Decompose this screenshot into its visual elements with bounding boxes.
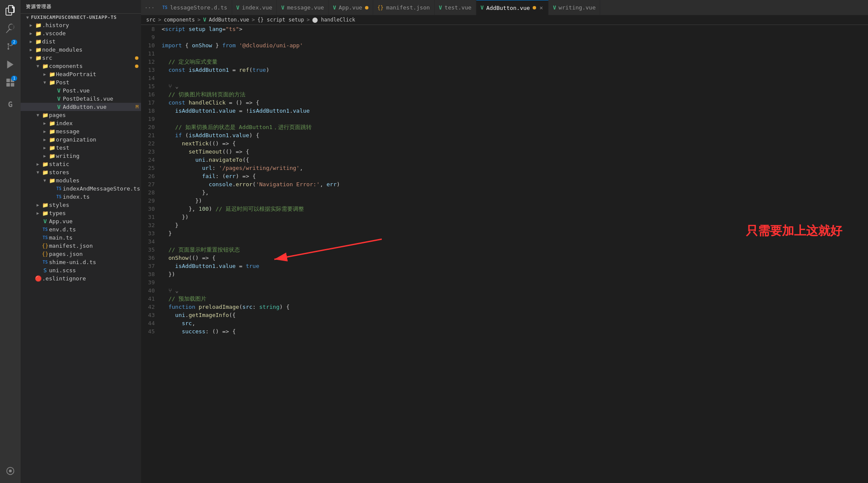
files-icon[interactable] <box>2 2 19 19</box>
search-icon[interactable] <box>2 20 19 37</box>
root-arrow: ▼ <box>24 15 31 20</box>
breadcrumb-scriptsetup[interactable]: {} script setup <box>258 17 304 23</box>
sidebar-item-writing[interactable]: ▶ 📁 writing <box>21 152 141 160</box>
tab-manifest-json[interactable]: {} manifest.json <box>373 0 435 15</box>
tab-App-vue[interactable]: V App.vue <box>329 0 373 15</box>
sidebar-item-components[interactable]: ▼ 📁 components <box>21 62 141 70</box>
sidebar-item-indexAndMessageStore[interactable]: TS indexAndMessageStore.ts <box>21 185 141 193</box>
addbutton-tab-modified <box>533 6 536 9</box>
tab-AddButton-vue[interactable]: V AddButton.vue × <box>476 0 549 15</box>
sidebar-item-pages[interactable]: ▼ 📁 pages <box>21 111 141 119</box>
tab-writing-vue[interactable]: V writing.vue <box>549 0 600 15</box>
envdts-icon: TS <box>41 227 49 232</box>
sidebar-item-stores[interactable]: ▼ 📁 stores <box>21 168 141 176</box>
nodemodules-folder-icon: 📁 <box>34 47 42 53</box>
code-line-27: console.error('Navigation Error:', err) <box>162 180 868 188</box>
messagevue-tab-label: message.vue <box>287 4 324 11</box>
appvue-modified-dot <box>365 6 368 9</box>
code-line-24: uni.navigateTo({ <box>162 156 868 164</box>
addbutton-vue-icon: V <box>55 104 63 110</box>
code-line-25: url: '/pages/writing/writing', <box>162 164 868 172</box>
sidebar-item-uni.scss[interactable]: S uni.scss <box>21 266 141 274</box>
addbutton-modified-badge: M <box>135 104 138 110</box>
activity-bar: 2 1 G <box>0 0 21 483</box>
svg-rect-3 <box>11 83 14 86</box>
sidebar-item-AddButton.vue[interactable]: V AddButton.vue M <box>21 103 141 111</box>
modules-folder-icon: 📁 <box>48 178 56 184</box>
code-line-41: // 预加载图片 <box>162 295 868 303</box>
sidebar-item-organization[interactable]: ▶ 📁 organization <box>21 135 141 144</box>
writingvue-tab-label: writing.vue <box>558 4 595 11</box>
sidebar-item-message[interactable]: ▶ 📁 message <box>21 127 141 135</box>
sidebar-header: 资源管理器 <box>21 0 141 14</box>
sidebar-item-PostDetails.vue[interactable]: V PostDetails.vue <box>21 95 141 103</box>
sidebar-item-pages.json[interactable]: {} pages.json <box>21 250 141 258</box>
sidebar-item-types[interactable]: ▶ 📁 types <box>21 209 141 217</box>
addbutton-tab-close[interactable]: × <box>539 4 544 11</box>
sidebar-item-vscode[interactable]: ▶ 📁 .vscode <box>21 29 141 37</box>
sidebar-item-styles[interactable]: ▶ 📁 styles <box>21 201 141 209</box>
code-line-26: fail: (err) => { <box>162 172 868 180</box>
sidebar-item-node_modules[interactable]: ▶ 📁 node_modules <box>21 46 141 54</box>
sidebar-item-history[interactable]: ▶ 📁 .history <box>21 21 141 29</box>
sidebar-item-modules[interactable]: ▼ 📁 modules <box>21 176 141 185</box>
sidebar-item-HeadPortrait[interactable]: ▶ 📁 HeadPortrait <box>21 70 141 78</box>
tree-root[interactable]: ▼ FUXINCAMPUSCONNECT-UNIAPP-TS <box>21 14 141 21</box>
remote-icon[interactable] <box>2 462 19 480</box>
code-line-37: isAddButton1.value = true <box>162 262 868 270</box>
extensions-icon[interactable]: 1 <box>2 74 19 91</box>
src-modified-dot <box>135 56 138 60</box>
source-control-icon[interactable]: 2 <box>2 38 19 55</box>
code-line-19 <box>162 115 868 123</box>
tab-bar: ··· TS lessageStore.d.ts V index.vue V m… <box>141 0 868 15</box>
maints-icon: TS <box>41 235 49 240</box>
sidebar-item-env.d.ts[interactable]: TS env.d.ts <box>21 225 141 234</box>
styles-folder-icon: 📁 <box>41 202 49 208</box>
sidebar-item-manifest.json[interactable]: {} manifest.json <box>21 242 141 250</box>
dist-folder-icon: 📁 <box>34 39 42 45</box>
code-line-34 <box>162 237 868 246</box>
messagestore-tab-label: lessageStore.d.ts <box>170 4 227 11</box>
breadcrumb-handleclick[interactable]: ⬤ handleClick <box>312 17 355 23</box>
tab-overflow-button[interactable]: ··· <box>141 0 158 15</box>
code-line-18: isAddButton1.value = !isAddButton1.value <box>162 107 868 115</box>
sidebar-item-eslintignore[interactable]: 🔴 .eslintignore <box>21 274 141 283</box>
breadcrumb-file[interactable]: AddButton.vue <box>209 17 249 23</box>
sidebar-item-shime-uni.d.ts[interactable]: TS shime-uni.d.ts <box>21 258 141 266</box>
sidebar-item-Post.vue[interactable]: V Post.vue <box>21 86 141 95</box>
root-label: FUXINCAMPUSCONNECT-UNIAPP-TS <box>31 15 141 20</box>
indexvue-tab-icon: V <box>236 5 239 11</box>
tab-index-vue[interactable]: V index.vue <box>232 0 277 15</box>
code-line-20: // 如果切换后的状态是 AddButton1，进行页面跳转 <box>162 123 868 131</box>
sidebar: 资源管理器 ▼ FUXINCAMPUSCONNECT-UNIAPP-TS ▶ 📁… <box>21 0 141 483</box>
breadcrumb-components[interactable]: components <box>164 17 195 23</box>
tab-test-vue[interactable]: V test.vue <box>435 0 476 15</box>
tab-messageStore[interactable]: TS lessageStore.d.ts <box>158 0 232 15</box>
code-line-45: success: () => { <box>162 327 868 335</box>
code-line-14 <box>162 74 868 82</box>
code-line-30: }, 100) // 延迟时间可以根据实际需要调整 <box>162 205 868 213</box>
history-folder-icon: 📁 <box>34 22 42 28</box>
code-line-21: if (isAddButton1.value) { <box>162 131 868 139</box>
run-icon[interactable] <box>2 56 19 73</box>
sidebar-item-index-ts[interactable]: TS index.ts <box>21 193 141 201</box>
testvue-tab-icon: V <box>439 5 442 11</box>
sidebar-item-App.vue[interactable]: V App.vue <box>21 217 141 225</box>
code-line-39 <box>162 278 868 286</box>
sidebar-item-test[interactable]: ▶ 📁 test <box>21 144 141 152</box>
extensions-badge: 1 <box>11 76 17 81</box>
appvue-icon: V <box>41 218 49 225</box>
sidebar-item-static[interactable]: ▶ 📁 static <box>21 160 141 168</box>
sidebar-item-src[interactable]: ▼ 📁 src <box>21 54 141 62</box>
gitkraken-icon[interactable]: G <box>2 95 19 113</box>
appvue-tab-icon: V <box>333 5 336 11</box>
sidebar-item-dist[interactable]: ▶ 📁 dist <box>21 37 141 46</box>
tab-message-vue[interactable]: V message.vue <box>277 0 328 15</box>
components-folder-icon: 📁 <box>41 63 49 69</box>
breadcrumb-src[interactable]: src <box>146 17 156 23</box>
sidebar-item-Post[interactable]: ▼ 📁 Post <box>21 78 141 86</box>
sidebar-item-main.ts[interactable]: TS main.ts <box>21 234 141 242</box>
sidebar-item-index[interactable]: ▶ 📁 index <box>21 119 141 127</box>
editor[interactable]: 8 9 10 11 12 13 14 15 16 17 18 19 20 21 … <box>141 25 868 483</box>
code-line-44: src, <box>162 319 868 327</box>
